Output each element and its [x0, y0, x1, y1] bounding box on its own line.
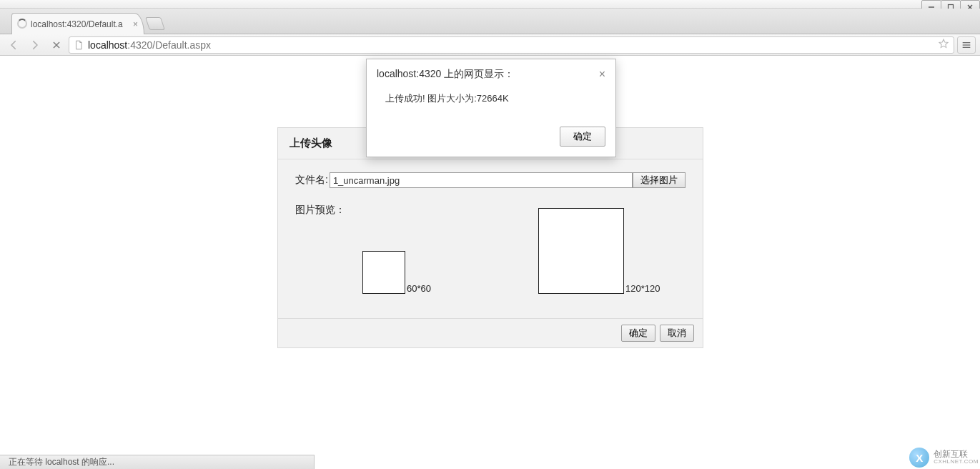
tab-close-icon[interactable]: × [133, 19, 138, 29]
window-titlebar [0, 0, 980, 9]
tab-title: localhost:4320/Default.a [31, 19, 123, 29]
alert-title: localhost:4320 上的网页显示： [377, 68, 514, 81]
preview-small: 60*60 [362, 251, 431, 294]
status-text: 正在等待 localhost 的响应... [0, 455, 315, 469]
browser-tabstrip: localhost:4320/Default.a × [0, 9, 980, 34]
alert-message: 上传成功! 图片大小为:72664K [367, 85, 615, 119]
url-host: localhost [88, 39, 127, 51]
preview-label: 图片预览： [295, 204, 345, 217]
javascript-alert: localhost:4320 上的网页显示： × 上传成功! 图片大小为:726… [366, 59, 616, 157]
watermark-logo-icon [909, 448, 929, 468]
chrome-menu-button[interactable] [957, 36, 976, 54]
preview-size-120: 120*120 [625, 283, 660, 294]
address-bar[interactable]: localhost:4320/Default.aspx [69, 36, 954, 54]
new-tab-button[interactable] [145, 17, 165, 30]
bookmark-star-icon[interactable] [938, 38, 949, 51]
preview-box-120 [538, 208, 624, 294]
status-bar: 正在等待 localhost 的响应... 创新互联 CXHLNET.COM [0, 455, 980, 469]
panel-confirm-button[interactable]: 确定 [621, 325, 655, 342]
browser-tab[interactable]: localhost:4320/Default.a × [11, 13, 144, 34]
watermark-sub: CXHLNET.COM [934, 459, 979, 465]
upload-avatar-panel: 上传头像 文件名: 选择图片 图片预览： 60*60 120*120 [277, 127, 703, 348]
page-viewport: localhost:4320 上的网页显示： × 上传成功! 图片大小为:726… [0, 56, 980, 455]
preview-box-60 [362, 251, 405, 294]
stop-button[interactable] [47, 36, 66, 54]
forward-button[interactable] [26, 36, 44, 54]
page-icon [74, 40, 84, 50]
select-image-button[interactable]: 选择图片 [633, 172, 685, 188]
filename-label: 文件名: [295, 174, 328, 187]
loading-spinner-icon [17, 19, 27, 29]
panel-cancel-button[interactable]: 取消 [660, 325, 694, 342]
back-button[interactable] [4, 36, 23, 54]
alert-ok-button[interactable]: 确定 [560, 127, 605, 147]
preview-large: 120*120 [538, 208, 660, 294]
url-path: :4320/Default.aspx [127, 39, 211, 51]
preview-size-60: 60*60 [407, 283, 431, 294]
filename-input[interactable] [330, 172, 633, 188]
browser-toolbar: localhost:4320/Default.aspx [0, 34, 980, 56]
watermark: 创新互联 CXHLNET.COM [909, 448, 979, 468]
alert-close-icon[interactable]: × [599, 68, 605, 81]
